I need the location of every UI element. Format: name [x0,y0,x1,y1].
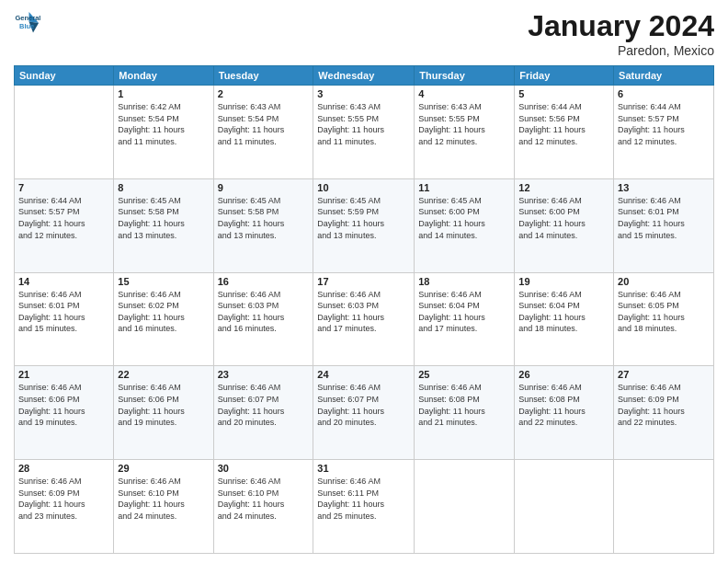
day-info: Sunrise: 6:46 AM Sunset: 6:09 PM Dayligh… [618,382,710,428]
day-number: 23 [218,369,310,380]
day-info: Sunrise: 6:46 AM Sunset: 6:07 PM Dayligh… [218,382,310,428]
calendar-cell: 15Sunrise: 6:46 AM Sunset: 6:02 PM Dayli… [114,272,213,366]
day-info: Sunrise: 6:46 AM Sunset: 6:08 PM Dayligh… [418,382,510,428]
header-day-friday: Friday [515,66,614,86]
day-info: Sunrise: 6:46 AM Sunset: 6:04 PM Dayligh… [518,289,609,335]
calendar-cell: 14Sunrise: 6:46 AM Sunset: 6:01 PM Dayli… [15,272,114,366]
day-number: 7 [18,182,109,193]
calendar-cell: 4Sunrise: 6:43 AM Sunset: 5:55 PM Daylig… [415,86,515,179]
day-number: 25 [418,369,510,380]
day-number: 31 [317,463,410,474]
day-info: Sunrise: 6:46 AM Sunset: 6:04 PM Dayligh… [418,289,510,335]
day-info: Sunrise: 6:45 AM Sunset: 5:58 PM Dayligh… [218,195,310,241]
header-day-monday: Monday [114,66,213,86]
day-number: 26 [518,369,609,380]
header: General Blue January 2024 Paredon, Mexic… [14,9,714,58]
day-number: 16 [218,276,310,287]
day-info: Sunrise: 6:46 AM Sunset: 6:06 PM Dayligh… [118,382,209,428]
day-number: 14 [18,276,109,287]
calendar-week-4: 21Sunrise: 6:46 AM Sunset: 6:06 PM Dayli… [15,366,714,460]
header-day-thursday: Thursday [415,66,515,86]
calendar-cell: 20Sunrise: 6:46 AM Sunset: 6:05 PM Dayli… [614,272,714,366]
svg-text:General: General [16,14,41,22]
header-day-tuesday: Tuesday [213,66,313,86]
calendar-week-3: 14Sunrise: 6:46 AM Sunset: 6:01 PM Dayli… [15,272,714,366]
day-info: Sunrise: 6:46 AM Sunset: 6:02 PM Dayligh… [118,289,209,335]
page: General Blue January 2024 Paredon, Mexic… [0,0,728,563]
day-info: Sunrise: 6:44 AM Sunset: 5:57 PM Dayligh… [18,195,109,241]
calendar-cell: 28Sunrise: 6:46 AM Sunset: 6:09 PM Dayli… [15,460,114,554]
day-info: Sunrise: 6:44 AM Sunset: 5:56 PM Dayligh… [518,101,609,147]
day-info: Sunrise: 6:46 AM Sunset: 6:09 PM Dayligh… [18,476,109,522]
calendar-cell: 8Sunrise: 6:45 AM Sunset: 5:58 PM Daylig… [114,178,213,272]
day-info: Sunrise: 6:46 AM Sunset: 6:08 PM Dayligh… [518,382,609,428]
day-number: 22 [118,369,209,380]
day-info: Sunrise: 6:45 AM Sunset: 5:58 PM Dayligh… [118,195,209,241]
calendar-cell: 2Sunrise: 6:43 AM Sunset: 5:54 PM Daylig… [213,86,313,179]
day-info: Sunrise: 6:43 AM Sunset: 5:54 PM Dayligh… [218,101,310,147]
day-number: 6 [618,88,710,99]
day-info: Sunrise: 6:45 AM Sunset: 5:59 PM Dayligh… [317,195,410,241]
calendar-cell: 13Sunrise: 6:46 AM Sunset: 6:01 PM Dayli… [614,178,714,272]
header-day-sunday: Sunday [15,66,114,86]
calendar-cell: 22Sunrise: 6:46 AM Sunset: 6:06 PM Dayli… [114,366,213,460]
calendar-cell: 25Sunrise: 6:46 AM Sunset: 6:08 PM Dayli… [415,366,515,460]
calendar-cell: 31Sunrise: 6:46 AM Sunset: 6:11 PM Dayli… [313,460,415,554]
calendar-cell: 30Sunrise: 6:46 AM Sunset: 6:10 PM Dayli… [213,460,313,554]
calendar-cell: 1Sunrise: 6:42 AM Sunset: 5:54 PM Daylig… [114,86,213,179]
title-block: January 2024 Paredon, Mexico [528,9,714,58]
calendar-cell: 7Sunrise: 6:44 AM Sunset: 5:57 PM Daylig… [15,178,114,272]
calendar-cell: 10Sunrise: 6:45 AM Sunset: 5:59 PM Dayli… [313,178,415,272]
calendar-cell: 5Sunrise: 6:44 AM Sunset: 5:56 PM Daylig… [515,86,614,179]
calendar-cell: 23Sunrise: 6:46 AM Sunset: 6:07 PM Dayli… [213,366,313,460]
calendar-header-row: SundayMondayTuesdayWednesdayThursdayFrid… [15,66,714,86]
logo-icon: General Blue [14,9,41,37]
calendar-week-2: 7Sunrise: 6:44 AM Sunset: 5:57 PM Daylig… [15,178,714,272]
day-number: 29 [118,463,209,474]
day-number: 12 [518,182,609,193]
calendar-cell: 3Sunrise: 6:43 AM Sunset: 5:55 PM Daylig… [313,86,415,179]
calendar-cell: 18Sunrise: 6:46 AM Sunset: 6:04 PM Dayli… [415,272,515,366]
calendar-week-5: 28Sunrise: 6:46 AM Sunset: 6:09 PM Dayli… [15,460,714,554]
calendar-cell: 12Sunrise: 6:46 AM Sunset: 6:00 PM Dayli… [515,178,614,272]
calendar-cell: 26Sunrise: 6:46 AM Sunset: 6:08 PM Dayli… [515,366,614,460]
calendar-cell [415,460,515,554]
calendar-cell [15,86,114,179]
day-number: 18 [418,276,510,287]
day-info: Sunrise: 6:46 AM Sunset: 6:11 PM Dayligh… [317,476,410,522]
header-day-wednesday: Wednesday [313,66,415,86]
calendar-cell: 24Sunrise: 6:46 AM Sunset: 6:07 PM Dayli… [313,366,415,460]
day-info: Sunrise: 6:46 AM Sunset: 6:10 PM Dayligh… [218,476,310,522]
day-info: Sunrise: 6:46 AM Sunset: 6:10 PM Dayligh… [118,476,209,522]
day-info: Sunrise: 6:43 AM Sunset: 5:55 PM Dayligh… [317,101,410,147]
day-number: 1 [118,88,209,99]
calendar-cell: 17Sunrise: 6:46 AM Sunset: 6:03 PM Dayli… [313,272,415,366]
calendar-cell: 21Sunrise: 6:46 AM Sunset: 6:06 PM Dayli… [15,366,114,460]
calendar-cell: 9Sunrise: 6:45 AM Sunset: 5:58 PM Daylig… [213,178,313,272]
day-info: Sunrise: 6:46 AM Sunset: 6:01 PM Dayligh… [618,195,710,241]
day-number: 13 [618,182,710,193]
calendar-cell: 27Sunrise: 6:46 AM Sunset: 6:09 PM Dayli… [614,366,714,460]
calendar-week-1: 1Sunrise: 6:42 AM Sunset: 5:54 PM Daylig… [15,86,714,179]
day-info: Sunrise: 6:46 AM Sunset: 6:05 PM Dayligh… [618,289,710,335]
calendar-cell: 6Sunrise: 6:44 AM Sunset: 5:57 PM Daylig… [614,86,714,179]
day-number: 19 [518,276,609,287]
day-info: Sunrise: 6:43 AM Sunset: 5:55 PM Dayligh… [418,101,510,147]
day-number: 11 [418,182,510,193]
calendar-cell [515,460,614,554]
day-info: Sunrise: 6:46 AM Sunset: 6:06 PM Dayligh… [18,382,109,428]
day-info: Sunrise: 6:46 AM Sunset: 6:03 PM Dayligh… [218,289,310,335]
day-number: 10 [317,182,410,193]
logo: General Blue [14,9,41,37]
day-info: Sunrise: 6:46 AM Sunset: 6:03 PM Dayligh… [317,289,410,335]
subtitle: Paredon, Mexico [528,43,714,58]
day-number: 3 [317,88,410,99]
day-info: Sunrise: 6:44 AM Sunset: 5:57 PM Dayligh… [618,101,710,147]
calendar-cell: 11Sunrise: 6:45 AM Sunset: 6:00 PM Dayli… [415,178,515,272]
day-number: 30 [218,463,310,474]
main-title: January 2024 [528,9,714,43]
day-number: 28 [18,463,109,474]
svg-text:Blue: Blue [19,22,34,30]
day-info: Sunrise: 6:46 AM Sunset: 6:07 PM Dayligh… [317,382,410,428]
day-number: 5 [518,88,609,99]
